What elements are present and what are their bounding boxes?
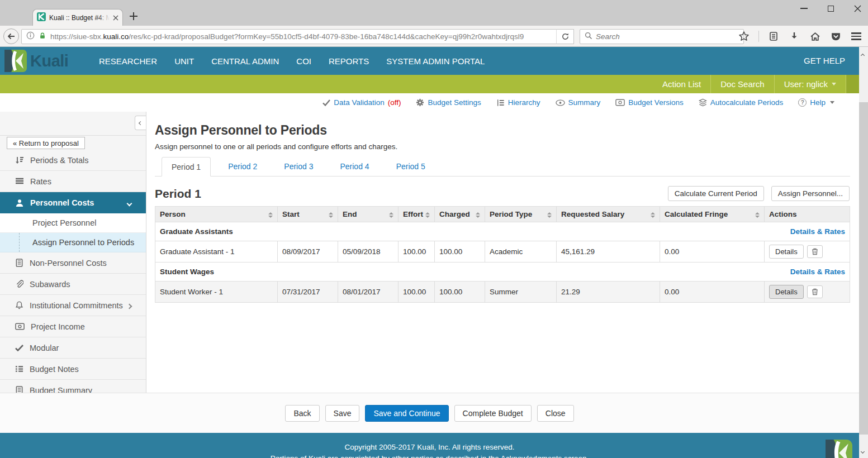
- page-scrollbar[interactable]: [859, 47, 868, 458]
- autocalculate-periods-link[interactable]: Autocalculate Periods: [699, 98, 784, 107]
- menu-icon[interactable]: [850, 30, 862, 42]
- hierarchy-link[interactable]: Hierarchy: [496, 98, 540, 107]
- pocket-icon[interactable]: [829, 30, 842, 42]
- sidebar-item-budget-summary[interactable]: Budget Summary: [0, 380, 146, 393]
- browser-tab[interactable]: Kuali :: Budget #4: My Budg: [32, 9, 123, 26]
- summary-link[interactable]: Summary: [556, 98, 601, 107]
- tab-close-icon[interactable]: [113, 13, 118, 23]
- user-menu[interactable]: User: nglick: [774, 75, 846, 93]
- group-row-graduate-assistants: Graduate AssistantsDetails & Rates: [155, 222, 850, 241]
- home-icon[interactable]: [809, 30, 821, 42]
- info-icon[interactable]: [26, 31, 35, 42]
- search-input[interactable]: [596, 32, 739, 41]
- col-calculated-fringe[interactable]: Calculated Fringe: [660, 207, 765, 222]
- kuali-footer-logo: [826, 440, 852, 458]
- sidebar-item-project-income[interactable]: Project Income: [0, 316, 146, 337]
- col-charged[interactable]: Charged: [435, 207, 485, 222]
- tab-period-2[interactable]: Period 2: [219, 157, 267, 176]
- sort-icon[interactable]: [651, 212, 655, 218]
- section-title: Period 1: [155, 187, 201, 201]
- close-icon[interactable]: [852, 3, 862, 13]
- new-tab-button[interactable]: [130, 12, 140, 22]
- nav-researcher[interactable]: RESEARCHER: [99, 56, 157, 66]
- table-row: Graduate Assistant - 1 08/09/2017 05/09/…: [155, 241, 850, 263]
- document-icon: [15, 386, 23, 393]
- scroll-up-icon[interactable]: [861, 49, 864, 59]
- delete-button[interactable]: [807, 245, 823, 258]
- sidebar-item-periods-totals[interactable]: Periods & Totals: [0, 150, 146, 171]
- sidebar-collapse-button[interactable]: [135, 116, 146, 130]
- col-period-type[interactable]: Period Type: [485, 207, 557, 222]
- return-to-proposal-button[interactable]: « Return to proposal: [7, 137, 85, 149]
- sort-icon[interactable]: [476, 212, 480, 218]
- details-button[interactable]: Details: [769, 285, 804, 299]
- complete-budget-button[interactable]: Complete Budget: [454, 405, 532, 422]
- col-effort[interactable]: Effort: [399, 207, 435, 222]
- tab-period-1[interactable]: Period 1: [162, 157, 211, 176]
- url-bar[interactable]: https://siue-sbx.kuali.co/res/kc-pd-krad…: [21, 29, 557, 44]
- action-list-link[interactable]: Action List: [653, 75, 710, 93]
- sidebar-item-subawards[interactable]: Subawards: [0, 274, 146, 295]
- nav-system-admin-portal[interactable]: SYSTEM ADMIN PORTAL: [386, 56, 485, 66]
- sidebar-item-personnel-costs[interactable]: Personnel Costs: [0, 192, 146, 213]
- acknowledgments-link[interactable]: Portions of Kuali are copyrighted by oth…: [0, 454, 859, 458]
- nav-unit[interactable]: UNIT: [174, 56, 194, 66]
- scroll-down-icon[interactable]: [861, 445, 864, 455]
- budget-settings-link[interactable]: Budget Settings: [416, 98, 481, 107]
- details-rates-link[interactable]: Details & Rates: [790, 268, 845, 276]
- assign-personnel-button[interactable]: Assign Personnel...: [771, 186, 850, 201]
- sidebar-subitem-project-personnel[interactable]: Project Personnel: [0, 213, 146, 233]
- cell-charged: 100.00: [435, 282, 485, 303]
- budget-versions-link[interactable]: Budget Versions: [615, 98, 683, 107]
- lock-icon[interactable]: [39, 32, 46, 42]
- back-icon[interactable]: [3, 28, 19, 44]
- tab-period-3[interactable]: Period 3: [274, 157, 322, 176]
- delete-button[interactable]: [807, 285, 823, 298]
- nav-coi[interactable]: COI: [296, 56, 311, 66]
- save-button[interactable]: Save: [325, 405, 360, 422]
- sort-icon[interactable]: [268, 212, 273, 218]
- close-button[interactable]: Close: [537, 405, 574, 422]
- sidebar-item-non-personnel-costs[interactable]: Non-Personnel Costs: [0, 252, 146, 274]
- sort-icon[interactable]: [425, 212, 430, 218]
- downloads-icon[interactable]: [788, 30, 800, 42]
- nav-central-admin[interactable]: CENTRAL ADMIN: [211, 56, 279, 66]
- sidebar-item-budget-notes[interactable]: Budget Notes: [0, 359, 146, 380]
- details-rates-link[interactable]: Details & Rates: [790, 227, 845, 236]
- scrollbar-thumb[interactable]: [859, 102, 868, 435]
- get-help-link[interactable]: GET HELP: [804, 47, 845, 75]
- caret-down-icon: [830, 101, 834, 104]
- reload-icon[interactable]: [556, 29, 574, 44]
- col-requested-salary[interactable]: Requested Salary: [557, 207, 660, 222]
- document-icon: [15, 259, 23, 267]
- cell-period-type: Summer: [485, 282, 557, 303]
- help-menu[interactable]: ? Help: [798, 98, 834, 107]
- money-icon: [615, 99, 625, 106]
- sort-icon[interactable]: [329, 212, 333, 218]
- maximize-icon[interactable]: [826, 3, 836, 13]
- search-bar[interactable]: [580, 29, 744, 44]
- tab-period-4[interactable]: Period 4: [330, 157, 378, 176]
- bookmark-star-icon[interactable]: [738, 30, 750, 42]
- bookmarks-menu-icon[interactable]: [767, 30, 780, 42]
- save-and-continue-button[interactable]: Save and Continue: [365, 405, 448, 422]
- minimize-icon[interactable]: [799, 3, 809, 13]
- calculate-current-period-button[interactable]: Calculate Current Period: [668, 186, 764, 201]
- col-start[interactable]: Start: [278, 207, 338, 222]
- sidebar-item-modular[interactable]: Modular: [0, 337, 146, 359]
- cell-requested-salary: 45,161.29: [557, 241, 660, 263]
- col-end[interactable]: End: [338, 207, 399, 222]
- col-person[interactable]: Person: [155, 207, 278, 222]
- data-validation-link[interactable]: Data Validation (off): [322, 98, 401, 107]
- details-button[interactable]: Details: [769, 245, 804, 259]
- sidebar-subitem-assign-personnel[interactable]: Assign Personnel to Periods: [0, 233, 146, 252]
- sort-icon[interactable]: [755, 212, 760, 218]
- sort-icon[interactable]: [389, 212, 393, 218]
- nav-reports[interactable]: REPORTS: [329, 56, 369, 66]
- back-button[interactable]: Back: [285, 405, 319, 422]
- sidebar-item-rates[interactable]: Rates: [0, 171, 146, 192]
- sidebar-item-institutional-commitments[interactable]: Institutional Commitments: [0, 295, 146, 316]
- sort-icon[interactable]: [547, 212, 552, 218]
- tab-period-5[interactable]: Period 5: [387, 157, 435, 176]
- doc-search-link[interactable]: Doc Search: [710, 75, 774, 93]
